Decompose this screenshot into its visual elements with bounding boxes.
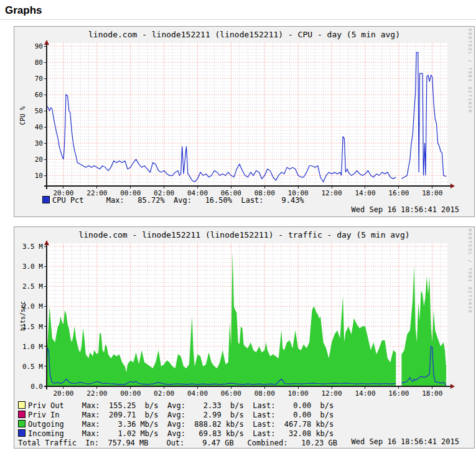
traffic-y-axis-label: bits/sec: [19, 301, 26, 331]
outgoing-swatch: [18, 420, 26, 427]
svg-text:0.5 M: 0.5 M: [22, 363, 43, 371]
cpu-chart-plot: 20:0022:0000:0002:0004:0006:0008:0010:00…: [14, 39, 474, 198]
legend-row-cpu-pct: CPU Pct Max: 85.72% Avg: 16.50% Last: 9.…: [42, 196, 304, 205]
svg-text:12:00: 12:00: [322, 189, 342, 197]
svg-text:40: 40: [35, 123, 43, 131]
cpu-pct-swatch: [42, 196, 50, 203]
traffic-graph-title: linode.com - linode152211 (linode152211)…: [14, 230, 474, 240]
svg-text:14:00: 14:00: [355, 189, 375, 197]
priv-out-swatch: [18, 401, 26, 409]
svg-text:18:00: 18:00: [422, 189, 442, 197]
rrdtool-watermark: RRDTOOL / TOBI OETIKER: [467, 229, 472, 314]
cpu-graph-title: linode.com - linode152211 (linode152211)…: [14, 30, 474, 39]
svg-text:00:00: 00:00: [120, 389, 141, 398]
svg-text:80: 80: [35, 58, 43, 67]
legend-row-incoming: Incoming Max: 1.02 Mb/s Avg: 69.83 kb/s …: [18, 429, 337, 439]
priv-in-legend-text: Priv In Max: 209.71 b/s Avg: 2.99 b/s La…: [28, 411, 334, 419]
total-traffic-legend-text: Total Traffic In: 757.94 MB Out: 9.47 GB…: [18, 439, 337, 447]
svg-text:18:00: 18:00: [422, 389, 442, 398]
traffic-graph-panel: linode.com - linode152211 (linode152211)…: [14, 226, 475, 449]
svg-text:06:00: 06:00: [221, 389, 241, 398]
cpu-y-axis-label: CPU %: [19, 106, 26, 125]
traffic-legend: Priv Out Max: 155.25 b/s Avg: 2.33 b/s L…: [18, 401, 337, 448]
svg-text:90: 90: [35, 42, 43, 50]
svg-text:10: 10: [35, 172, 43, 180]
legend-row-outgoing: Outgoing Max: 3.36 Mb/s Avg: 888.82 kb/s…: [18, 420, 337, 429]
priv-out-legend-text: Priv Out Max: 155.25 b/s Avg: 2.33 b/s L…: [28, 401, 334, 410]
svg-text:10:00: 10:00: [288, 389, 309, 398]
svg-text:1.0 M: 1.0 M: [22, 343, 43, 351]
page-title: Graphs: [5, 4, 42, 17]
cpu-graph-panel: linode.com - linode152211 (linode152211)…: [14, 26, 475, 217]
svg-text:04:00: 04:00: [187, 389, 208, 398]
outgoing-legend-text: Outgoing Max: 3.36 Mb/s Avg: 888.82 kb/s…: [28, 420, 334, 429]
svg-text:16:00: 16:00: [388, 189, 409, 197]
svg-text:70: 70: [35, 75, 43, 83]
svg-text:60: 60: [35, 91, 43, 99]
svg-text:14:00: 14:00: [355, 389, 375, 398]
svg-text:30: 30: [35, 139, 43, 147]
traffic-graph-timestamp: Wed Sep 16 18:56:41 2015: [352, 437, 459, 446]
priv-in-swatch: [18, 411, 26, 418]
svg-text:2.5 M: 2.5 M: [22, 282, 43, 291]
cpu-graph-timestamp: Wed Sep 16 18:56:41 2015: [352, 205, 459, 214]
svg-text:20: 20: [35, 156, 43, 164]
legend-row-priv-out: Priv Out Max: 155.25 b/s Avg: 2.33 b/s L…: [18, 401, 337, 411]
svg-text:08:00: 08:00: [254, 389, 275, 398]
svg-text:50: 50: [35, 107, 43, 115]
svg-text:0.0: 0.0: [30, 383, 43, 391]
svg-text:16:00: 16:00: [388, 389, 409, 398]
cpu-pct-legend-text: CPU Pct Max: 85.72% Avg: 16.50% Last: 9.…: [52, 196, 304, 205]
svg-text:3.0 M: 3.0 M: [22, 263, 43, 271]
svg-text:3.5 M: 3.5 M: [22, 243, 43, 251]
traffic-chart-plot: 20:0022:0000:0002:0004:0006:0008:0010:00…: [14, 240, 474, 399]
svg-text:22:00: 22:00: [86, 389, 107, 398]
incoming-legend-text: Incoming Max: 1.02 Mb/s Avg: 69.83 kb/s …: [28, 429, 334, 438]
incoming-swatch: [18, 429, 26, 437]
rrdtool-watermark: RRDTOOL / TOBI OETIKER: [467, 29, 472, 114]
title-divider: [0, 19, 476, 20]
legend-row-total-traffic: Total Traffic In: 757.94 MB Out: 9.47 GB…: [18, 439, 337, 448]
svg-text:12:00: 12:00: [322, 389, 342, 398]
svg-text:02:00: 02:00: [154, 389, 174, 398]
cpu-legend: CPU Pct Max: 85.72% Avg: 16.50% Last: 9.…: [42, 196, 304, 205]
svg-text:20:00: 20:00: [53, 389, 73, 398]
legend-row-priv-in: Priv In Max: 209.71 b/s Avg: 2.99 b/s La…: [18, 411, 337, 420]
